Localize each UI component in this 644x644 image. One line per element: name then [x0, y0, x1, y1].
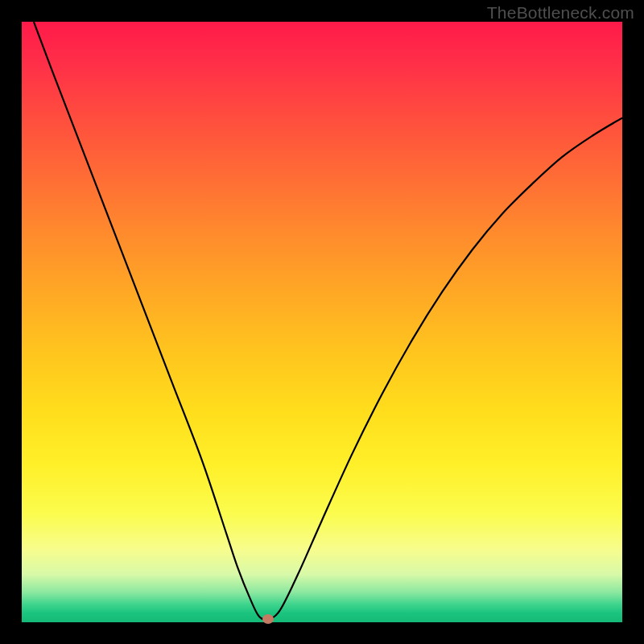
- plot-area: [22, 22, 622, 622]
- attribution-label: TheBottleneck.com: [487, 3, 634, 23]
- chart-frame: TheBottleneck.com: [0, 0, 644, 644]
- optimum-marker-icon: [262, 614, 274, 624]
- bottleneck-curve: [22, 22, 622, 622]
